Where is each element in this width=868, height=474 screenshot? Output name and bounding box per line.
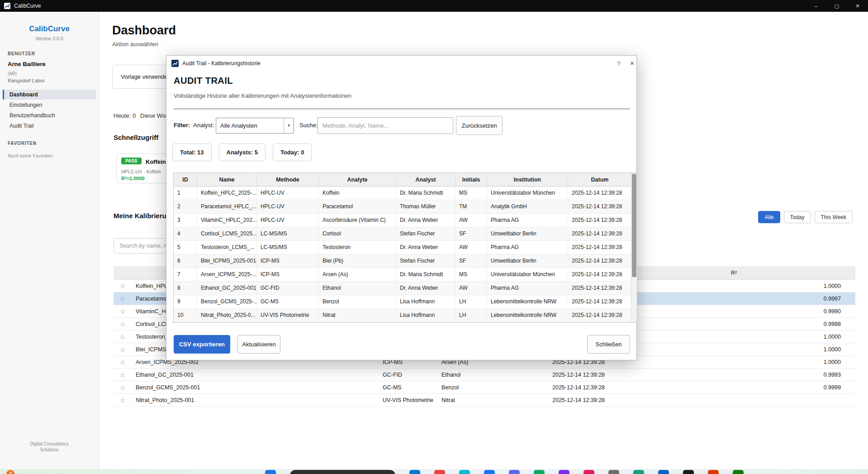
- taskbar-icon-13[interactable]: [708, 470, 719, 474]
- cell-name: VitaminC_HPLC_202...: [197, 214, 257, 227]
- sidebar-item-audit-trail[interactable]: Audit Trail: [3, 121, 96, 131]
- favorite-star-icon[interactable]: ☆: [114, 397, 132, 404]
- favorite-star-icon[interactable]: ☆: [114, 295, 132, 302]
- taskbar-icon-12[interactable]: [683, 470, 694, 474]
- taskbar-icon-2[interactable]: [434, 470, 445, 474]
- dialog-close-button[interactable]: Schließen: [587, 335, 630, 354]
- audit-table-row[interactable]: 10Nitrat_Photo_2025-0...UV-VIS Photometr…: [174, 309, 637, 322]
- audit-table-row[interactable]: 3VitaminC_HPLC_202...HPLC-UVAscorbinsäur…: [174, 214, 637, 227]
- calibration-date: 2025-12-14 12:39:28: [548, 397, 661, 403]
- cell-methode: UV-VIS Photometrie: [257, 309, 319, 322]
- cell-analyst: Dr. Maria Schmidt: [396, 268, 455, 281]
- refresh-button[interactable]: Aktualisieren: [237, 335, 280, 354]
- table-row[interactable]: ☆Ethanol_GC_2025-001GC-FIDEthanol2025-12…: [114, 369, 855, 381]
- sidebar-item-dashboard[interactable]: Dashboard: [3, 90, 96, 100]
- calibration-r2: 1.0000: [661, 283, 855, 289]
- audit-table-row[interactable]: 7Arsen_ICPMS_2025-...ICP-MSArsen (As)Dr.…: [174, 268, 637, 282]
- cell-methode: HPLC-UV: [257, 214, 319, 227]
- audit-table-row[interactable]: 6Blei_ICPMS_2025-001ICP-MSBlei (Pb)Stefa…: [174, 254, 637, 268]
- taskbar-icon-1[interactable]: [409, 470, 420, 474]
- cell-datum: 2025-12-14 12:39:28: [568, 200, 632, 213]
- sidebar-item-einstellungen[interactable]: Einstellungen: [3, 100, 96, 110]
- cell-name: Arsen_ICPMS_2025-...: [197, 268, 257, 281]
- taskbar-icon-5[interactable]: [509, 470, 520, 474]
- maximize-button[interactable]: ▢: [826, 0, 847, 12]
- audit-table-row[interactable]: 2Paracetamol_HPLC_...HPLC-UVParacetamolT…: [174, 200, 637, 214]
- cell-initials: AW: [455, 241, 487, 254]
- audit-table-row[interactable]: 1Koffein_HPLC_2025-...HPLC-UVKoffeinDr. …: [174, 187, 637, 200]
- favorite-star-icon[interactable]: ☆: [114, 321, 132, 328]
- filter-button-alle[interactable]: Alle: [758, 211, 780, 223]
- taskbar-icon-4[interactable]: [484, 470, 495, 474]
- filter-button-today[interactable]: Today: [784, 211, 811, 223]
- close-button[interactable]: ✕: [847, 0, 868, 12]
- taskbar-icon-14[interactable]: [733, 470, 744, 474]
- audit-table: IDNameMethodeAnalyteAnalystInitialsInsti…: [173, 172, 637, 323]
- calibration-r2: 0.9990: [661, 308, 855, 315]
- taskbar-icon-9[interactable]: [608, 470, 619, 474]
- cell-methode: HPLC-UV: [257, 187, 319, 200]
- favorite-star-icon[interactable]: ☆: [114, 384, 132, 391]
- divider: [174, 109, 630, 109]
- export-csv-button[interactable]: CSV exportieren: [174, 335, 230, 354]
- favorite-star-icon[interactable]: ☆: [114, 346, 132, 353]
- cell-initials: TM: [455, 200, 487, 213]
- table-row[interactable]: ☆Nitrat_Photo_2025-001UV-VIS Photometrie…: [114, 394, 855, 407]
- sidebar-nav: DashboardEinstellungenBenutzerhandbuchAu…: [0, 90, 99, 131]
- cell-initials: AW: [455, 282, 487, 295]
- analyst-dropdown-value: Alle Analysten: [216, 122, 284, 129]
- sidebar-footer: Digital Consultancy Solutions: [0, 441, 99, 453]
- minimize-button[interactable]: –: [806, 0, 826, 12]
- sidebar: CalibCurve Version 3.0.0 BENUTZER Arne B…: [0, 12, 99, 469]
- dialog-close-icon[interactable]: ✕: [627, 56, 637, 71]
- calibration-r2: 0.9999: [661, 384, 855, 391]
- cell-analyst: Stefan Fischer: [396, 227, 455, 240]
- cell-analyte: Nitrat: [319, 309, 396, 322]
- cell-analyte: Arsen (As): [319, 268, 396, 281]
- favorite-star-icon[interactable]: ☆: [114, 359, 132, 366]
- audit-search-input[interactable]: [318, 117, 453, 134]
- filter-button-this-week[interactable]: This Week: [815, 211, 853, 223]
- start-icon[interactable]: [265, 470, 276, 474]
- dialog-help-button[interactable]: ?: [612, 56, 626, 71]
- taskbar-icon-8[interactable]: [583, 470, 594, 474]
- audit-table-row[interactable]: 8Ethanol_GC_2025-001GC-FIDEthanolDr. Ann…: [174, 282, 637, 295]
- analyst-label: Analyst:: [193, 122, 214, 129]
- stat-chip: Analysts: 5: [219, 144, 266, 161]
- cell-analyte: Ascorbinsäure (Vitamin C): [319, 214, 396, 227]
- column-header-datum: Datum: [568, 173, 632, 186]
- cell-institution: Analytik GmbH: [487, 200, 568, 213]
- quick-access-label: Schnellzugriff: [114, 134, 158, 141]
- cell-id: 1: [174, 187, 197, 200]
- audit-table-row[interactable]: 4Cortisol_LCMS_2025...LC-MS/MSCortisolSt…: [174, 227, 637, 241]
- cell-analyte: Testosteron: [319, 241, 396, 254]
- taskbar-icon-11[interactable]: [658, 470, 669, 474]
- calibration-method: GC-FID: [379, 372, 437, 378]
- cell-methode: ICP-MS: [257, 268, 319, 281]
- cell-id: 8: [174, 282, 197, 295]
- notification-badge[interactable]: 2: [6, 470, 14, 474]
- app-version: Version 3.0.0: [0, 36, 99, 41]
- audit-table-row[interactable]: 5Testosteron_LCMS_...LC-MS/MSTestosteron…: [174, 241, 637, 254]
- favorite-star-icon[interactable]: ☆: [114, 282, 132, 290]
- taskbar-icon-7[interactable]: [559, 470, 569, 474]
- column-header-analyte: Analyte: [319, 173, 396, 186]
- taskbar-icon-3[interactable]: [459, 470, 470, 474]
- filter-label: Filter:: [174, 122, 190, 129]
- analyst-dropdown[interactable]: Alle Analysten ▼: [216, 118, 294, 134]
- cell-id: 7: [174, 268, 197, 281]
- table-scrollbar[interactable]: [631, 173, 637, 322]
- taskbar-icon-6[interactable]: [534, 470, 545, 474]
- favorite-star-icon[interactable]: ☆: [114, 333, 132, 340]
- favorite-star-icon[interactable]: ☆: [114, 308, 132, 315]
- user-lab: Rangsdorf Labor: [8, 78, 99, 83]
- search-pill[interactable]: [290, 470, 395, 474]
- table-row[interactable]: ☆Benzol_GCMS_2025-001GC-MSBenzol2025-12-…: [114, 381, 855, 394]
- calibration-r2: 1.0000: [661, 359, 855, 365]
- favorite-star-icon[interactable]: ☆: [114, 371, 132, 378]
- taskbar-icon-10[interactable]: [633, 470, 644, 474]
- scrollbar-thumb[interactable]: [632, 174, 636, 277]
- sidebar-item-benutzerhandbuch[interactable]: Benutzerhandbuch: [3, 110, 96, 120]
- audit-table-row[interactable]: 9Benzol_GCMS_2025-...GC-MSBenzolLisa Hof…: [174, 295, 637, 309]
- reset-button[interactable]: Zurücksetzen: [456, 116, 503, 135]
